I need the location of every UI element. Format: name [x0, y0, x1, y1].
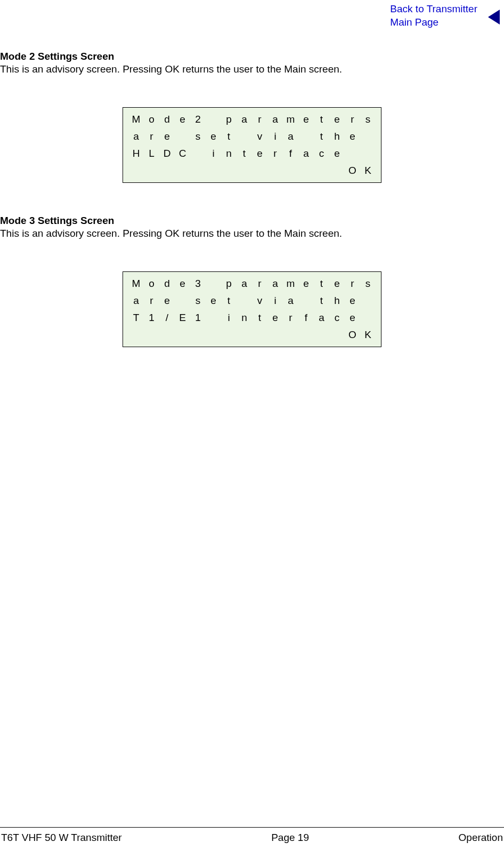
- lcd-char: c: [314, 148, 329, 159]
- lcd-char: t: [314, 114, 329, 125]
- lcd-char: t: [237, 148, 252, 159]
- section-heading-mode3: Mode 3 Settings Screen: [0, 215, 504, 227]
- lcd-char: f: [298, 312, 314, 324]
- lcd-row: H L D C i n t e r f a c e: [123, 145, 381, 162]
- lcd-char: a: [128, 131, 144, 142]
- lcd-char: e: [329, 114, 345, 125]
- lcd-char: d: [159, 114, 175, 125]
- lcd-char: T: [128, 312, 144, 324]
- lcd-char: D: [159, 148, 175, 159]
- lcd-char: s: [360, 114, 376, 125]
- lcd-char: K: [360, 329, 376, 341]
- lcd-char: p: [221, 278, 237, 290]
- lcd-char: a: [267, 114, 283, 125]
- lcd-char: M: [128, 278, 144, 290]
- lcd-char: t: [314, 131, 329, 142]
- lcd-char: e: [206, 295, 221, 307]
- lcd-char: r: [267, 148, 283, 159]
- lcd-char: t: [221, 131, 237, 142]
- lcd-row: O K: [123, 326, 381, 343]
- footer-divider: [0, 827, 504, 828]
- lcd-char: p: [221, 114, 237, 125]
- lcd-char: e: [298, 278, 314, 290]
- lcd-char: r: [252, 114, 267, 125]
- lcd-char: m: [283, 114, 298, 125]
- lcd-char: s: [190, 131, 206, 142]
- lcd-char: K: [360, 165, 376, 177]
- lcd-char: s: [360, 278, 376, 290]
- lcd-row: O K: [123, 162, 381, 179]
- lcd-char: i: [267, 295, 283, 307]
- back-triangle-icon[interactable]: [488, 10, 500, 25]
- lcd-char: t: [252, 312, 267, 324]
- lcd-char: f: [283, 148, 298, 159]
- lcd-char: m: [283, 278, 298, 290]
- lcd-char: a: [283, 131, 298, 142]
- lcd-char: M: [128, 114, 144, 125]
- lcd-char: i: [206, 148, 221, 159]
- lcd-char: c: [329, 312, 345, 324]
- lcd-char: 3: [190, 278, 206, 290]
- lcd-row: a r e s e t v i a t h e: [123, 292, 381, 309]
- lcd-char: t: [314, 278, 329, 290]
- lcd-char: a: [314, 312, 329, 324]
- lcd-char: e: [175, 114, 190, 125]
- lcd-row: M o d e 2 p a r a m e t e r s: [123, 111, 381, 128]
- section-text-mode3: This is an advisory screen. Pressing OK …: [0, 228, 504, 239]
- lcd-row: a r e s e t v i a t h e: [123, 128, 381, 145]
- lcd-char: e: [252, 148, 267, 159]
- lcd-row: T 1 / E 1 i n t e r f a c e: [123, 309, 381, 326]
- lcd-char: e: [159, 131, 175, 142]
- lcd-screen-mode3: M o d e 3 p a r a m e t e r s a r e s e …: [123, 271, 381, 347]
- lcd-char: o: [144, 114, 159, 125]
- lcd-char: 1: [144, 312, 159, 324]
- section-text-mode2: This is an advisory screen. Pressing OK …: [0, 63, 504, 75]
- lcd-char: v: [252, 131, 267, 142]
- lcd-char: e: [329, 148, 345, 159]
- lcd-char: e: [329, 278, 345, 290]
- lcd-char: o: [144, 278, 159, 290]
- lcd-char: r: [252, 278, 267, 290]
- lcd-char: v: [252, 295, 267, 307]
- lcd-char: h: [329, 131, 345, 142]
- footer-center: Page 19: [271, 832, 309, 844]
- lcd-char: e: [298, 114, 314, 125]
- back-link-line2: Main Page: [390, 17, 438, 28]
- page-footer: T6T VHF 50 W Transmitter Page 19 Operati…: [0, 832, 504, 844]
- lcd-row: M o d e 3 p a r a m e t e r s: [123, 275, 381, 292]
- lcd-char: i: [267, 131, 283, 142]
- lcd-char: r: [345, 278, 360, 290]
- lcd-char: a: [237, 114, 252, 125]
- back-link[interactable]: Back to Transmitter Main Page: [390, 3, 477, 29]
- lcd-char: i: [221, 312, 237, 324]
- lcd-char: a: [128, 295, 144, 307]
- section-heading-mode2: Mode 2 Settings Screen: [0, 51, 504, 62]
- lcd-char: a: [267, 278, 283, 290]
- lcd-char: e: [345, 312, 360, 324]
- footer-left: T6T VHF 50 W Transmitter: [1, 832, 122, 844]
- lcd-char: s: [190, 295, 206, 307]
- back-link-line1: Back to Transmitter: [390, 3, 477, 14]
- lcd-char: h: [329, 295, 345, 307]
- lcd-char: O: [345, 165, 360, 177]
- lcd-char: a: [283, 295, 298, 307]
- lcd-char: d: [159, 278, 175, 290]
- lcd-char: r: [283, 312, 298, 324]
- lcd-char: n: [237, 312, 252, 324]
- lcd-char: r: [345, 114, 360, 125]
- lcd-char: E: [175, 312, 190, 324]
- lcd-char: n: [221, 148, 237, 159]
- lcd-char: e: [175, 278, 190, 290]
- lcd-char: t: [314, 295, 329, 307]
- lcd-char: e: [345, 131, 360, 142]
- lcd-char: r: [144, 131, 159, 142]
- lcd-char: H: [128, 148, 144, 159]
- lcd-char: r: [144, 295, 159, 307]
- lcd-char: e: [206, 131, 221, 142]
- lcd-char: t: [221, 295, 237, 307]
- footer-right: Operation: [459, 832, 503, 844]
- lcd-char: a: [298, 148, 314, 159]
- lcd-char: e: [267, 312, 283, 324]
- lcd-char: 2: [190, 114, 206, 125]
- lcd-char: e: [345, 295, 360, 307]
